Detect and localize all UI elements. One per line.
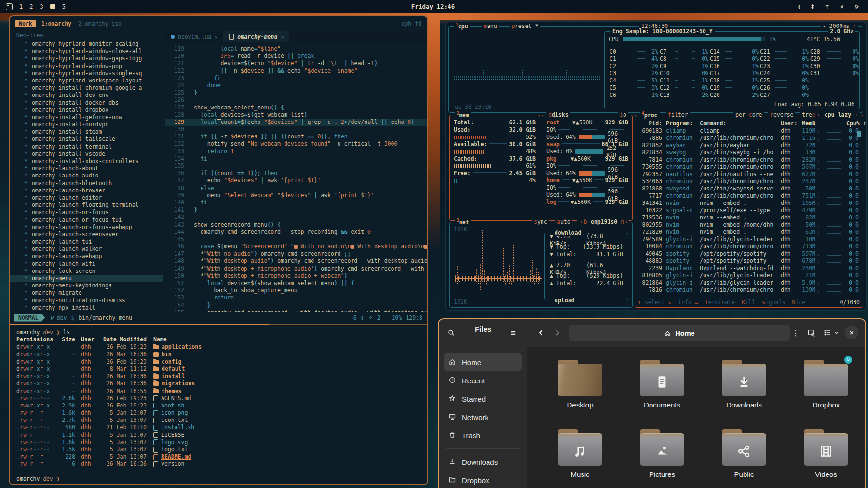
- process-row[interactable]: 690183cliampcliampdhh119M0.0: [635, 127, 863, 135]
- workspace-3[interactable]: 3: [40, 3, 43, 10]
- neotree-item[interactable]: *omarchy-launch-or-focus-webapp: [10, 224, 163, 231]
- neotree-item[interactable]: *omarchy-launch-tui: [10, 238, 163, 245]
- workspace-5[interactable]: 5: [62, 3, 66, 10]
- neotree-item[interactable]: *omarchy-launch-audio: [10, 172, 163, 179]
- neotree-item[interactable]: *omarchy-install-steam: [10, 128, 163, 136]
- filter-button[interactable]: filter: [666, 111, 690, 118]
- tmux-session-badge[interactable]: Work: [15, 20, 36, 27]
- neotree-item[interactable]: *omarchy-install-xbox-controllers: [10, 158, 163, 165]
- neotree-item[interactable]: *omarchy-launch-wifi: [10, 260, 163, 268]
- process-row[interactable]: 341341nvimnvim --embed .dhh105M0.0: [635, 200, 863, 207]
- tmux-window-2[interactable]: 2:omarchy-iso: [78, 20, 122, 27]
- chevron-left-icon[interactable]: ❮: [798, 3, 801, 10]
- forward-button[interactable]: [550, 325, 565, 340]
- process-row[interactable]: 7814chromium/usr/lib/chromium/chrodhh282…: [635, 156, 863, 163]
- folder-item-documents[interactable]: Documents: [625, 360, 699, 420]
- process-row[interactable]: 719536nvimnvim --embed .dhh82M0.0: [635, 214, 863, 221]
- folder-item-desktop[interactable]: Desktop: [543, 360, 617, 420]
- sync-button[interactable]: sync: [532, 218, 549, 225]
- process-row[interactable]: 821868swayosd-/usr/bin/swayosd-servedhh5…: [635, 185, 863, 192]
- process-row[interactable]: 794589glycin-i/usr/lib/glycin-loaderdhh1…: [635, 236, 863, 243]
- process-row[interactable]: 7816chromium/usr/lib/chromium/chrodhh139…: [635, 286, 863, 294]
- sidebar-item-network[interactable]: Network: [444, 408, 522, 426]
- shell-pane[interactable]: omarchy dev ❯ lsPermissionsSizeUserDate …: [16, 329, 423, 481]
- proc-box-label[interactable]: 4proc: [640, 111, 660, 119]
- hamburger-menu-icon[interactable]: [505, 325, 521, 340]
- neotree-item[interactable]: *omarchy-launch-or-focus: [10, 209, 163, 216]
- process-row[interactable]: 2239HyprlandHyprland --watchdog-fddhh230…: [635, 265, 863, 272]
- sidebar-item-trash[interactable]: Trash: [444, 426, 522, 445]
- process-row[interactable]: 48883spotify/opt/spotify/spotifydhh678M0…: [635, 258, 863, 265]
- process-row[interactable]: 10084chromium/usr/lib/chromium/chrodhh71…: [635, 243, 863, 250]
- process-row[interactable]: 49045spotify/opt/spotify/spotify -dhh597…: [635, 250, 863, 258]
- neotree-item[interactable]: *omarchy-hyprland-window-single-sq: [10, 70, 163, 77]
- menu-button[interactable]: menu: [482, 23, 499, 29]
- neotree-item[interactable]: *omarchy-launch-editor: [10, 194, 163, 202]
- volume-icon[interactable]: [839, 3, 845, 10]
- pane-divider[interactable]: [163, 31, 163, 312]
- neotree-item[interactable]: *omarchy-launch-walker: [10, 245, 163, 253]
- neotree-item[interactable]: *omarchy-menu-keybindings: [10, 282, 163, 289]
- back-button[interactable]: [533, 325, 549, 340]
- neotree-item[interactable]: *omarchy-hyprland-window-pop: [10, 63, 163, 70]
- tree-button[interactable]: tree: [800, 111, 817, 118]
- folder-item-public[interactable]: Public: [707, 429, 781, 488]
- neotree-item[interactable]: *omarchy-launch-webapp: [10, 253, 163, 260]
- sidebar-item-recent[interactable]: Recent: [444, 371, 522, 390]
- network-box-label[interactable]: 3net: [455, 218, 471, 226]
- workspace-1[interactable]: 1: [19, 3, 23, 10]
- proc-footer-action[interactable]: info ↵: [678, 299, 698, 306]
- neotree-item[interactable]: *omarchy-menu: [10, 275, 163, 282]
- neotree-item[interactable]: *omarchy-install-tailscale: [10, 136, 163, 143]
- tab-overview-icon[interactable]: [803, 325, 819, 340]
- auto-button[interactable]: auto: [555, 218, 572, 225]
- io-mode-button[interactable]: io: [618, 111, 628, 118]
- sidebar-item-starred[interactable]: Starred: [444, 390, 522, 408]
- neotree-item[interactable]: *omarchy-npx-install: [10, 304, 163, 312]
- sidebar-item-home[interactable]: Home: [444, 353, 522, 371]
- search-icon[interactable]: [444, 325, 459, 340]
- workspace-4-active-indicator[interactable]: [50, 4, 55, 9]
- folder-item-videos[interactable]: Videos: [789, 429, 863, 488]
- per-core-button[interactable]: per-core: [733, 111, 764, 118]
- process-row[interactable]: 7717chromium/usr/lib/chromium/chrodhh751…: [635, 192, 863, 200]
- close-icon[interactable]: [845, 326, 858, 339]
- neotree-item[interactable]: *omarchy-install-dev-env: [10, 92, 163, 99]
- neotree-item[interactable]: *omarchy-lock-screen: [10, 268, 163, 275]
- memory-box-label[interactable]: 2mem: [455, 111, 471, 119]
- editor-tab[interactable]: neovim.lua✕: [165, 31, 223, 42]
- sidebar-item-dropbox[interactable]: Dropbox: [444, 471, 522, 488]
- proc-scrollbar-thumb[interactable]: [857, 131, 861, 137]
- editor-tab[interactable]: omarchy-menu✕: [223, 31, 289, 42]
- neotree-item[interactable]: *omarchy-launch-screensaver: [10, 231, 163, 238]
- neotree-item[interactable]: *omarchy-hyprland-monitor-scaling-: [10, 41, 163, 48]
- folder-item-pictures[interactable]: Pictures: [625, 429, 699, 488]
- reverse-button[interactable]: reverse: [768, 111, 795, 118]
- proc-footer-action[interactable]: ↑ select ↓: [638, 299, 671, 306]
- process-row[interactable]: 534063chromium/usr/lib/chromium/chrodhh2…: [635, 178, 863, 185]
- tab-close-icon[interactable]: ✕: [215, 34, 217, 40]
- tmux-pane-separator[interactable]: [10, 324, 427, 325]
- neotree-item[interactable]: *omarchy-hyprland-window-gaps-togg: [10, 55, 163, 62]
- folder-item-downloads[interactable]: Downloads: [707, 360, 781, 420]
- neotree-item[interactable]: *omarchy-notification-dismiss: [10, 297, 163, 304]
- proc-footer-action[interactable]: Kill: [742, 299, 755, 306]
- neotree-item[interactable]: *omarchy-launch-floating-terminal-: [10, 202, 163, 209]
- neotree-item[interactable]: *omarchy-launch-or-focus-tui: [10, 217, 163, 224]
- neotree-item[interactable]: *omarchy-install-docker-dbs: [10, 99, 163, 107]
- tmux-window-1[interactable]: 1:omarchy: [41, 20, 71, 27]
- chevron-down-icon[interactable]: [831, 325, 842, 340]
- neotree-item[interactable]: *omarchy-hyprland-window-close-all: [10, 48, 163, 55]
- apps-icon[interactable]: [6, 3, 13, 10]
- network-icon[interactable]: [824, 3, 831, 10]
- process-row[interactable]: 10322signal-d/proc/self/exe --type=dhh47…: [635, 207, 863, 214]
- neotree-item[interactable]: *omarchy-install-dropbox: [10, 107, 163, 114]
- proc-sort-nav[interactable]: ← cpu lazy →: [816, 111, 860, 118]
- neotree-item[interactable]: *omarchy-launch-about: [10, 165, 163, 172]
- process-row[interactable]: 821852waybar/usr/bin/waybardhh72M0.0: [635, 142, 863, 149]
- neotree-item[interactable]: *omarchy-install-geforce-now: [10, 114, 163, 121]
- disks-box-label[interactable]: ddisks: [546, 111, 570, 118]
- neotree-item[interactable]: *omarchy-install-chromium-google-a: [10, 84, 163, 92]
- settings-icon[interactable]: [854, 3, 860, 10]
- interface-switcher[interactable]: ←b enp191s0 n→: [579, 218, 629, 225]
